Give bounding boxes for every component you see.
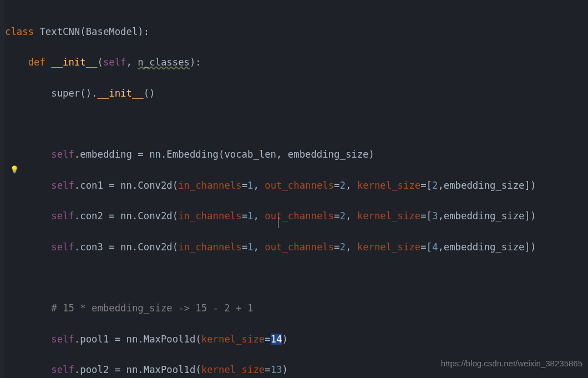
code-line[interactable]: # 15 * embedding_size -> 15 - 2 + 1 (5, 301, 548, 316)
code-line[interactable]: super().__init__() (5, 86, 548, 102)
code-line[interactable]: self.con3 = nn.Conv2d(in_channels=1, out… (5, 240, 548, 255)
blank-line (5, 117, 548, 132)
watermark: https://blog.csdn.net/weixin_38235865 (441, 356, 582, 371)
code-line[interactable]: self.pool1 = nn.MaxPool1d(kernel_size=14… (5, 332, 548, 347)
blank-line (5, 270, 548, 286)
code-editor[interactable]: class TextCNN(BaseModel): def __init__(s… (5, 9, 548, 378)
gutter (0, 0, 4, 378)
code-line[interactable]: def __init__(self, n_classes): (5, 55, 548, 70)
selected-text: 14 (271, 334, 282, 345)
code-line[interactable]: self.con2 = nn.Conv2d(in_channels=1, out… (5, 209, 548, 224)
code-line[interactable]: class TextCNN(BaseModel): (5, 24, 548, 40)
code-line[interactable]: self.con1 = nn.Conv2d(in_channels=1, out… (5, 178, 548, 194)
code-line[interactable]: self.embedding = nn.Embedding(vocab_len,… (5, 147, 548, 163)
